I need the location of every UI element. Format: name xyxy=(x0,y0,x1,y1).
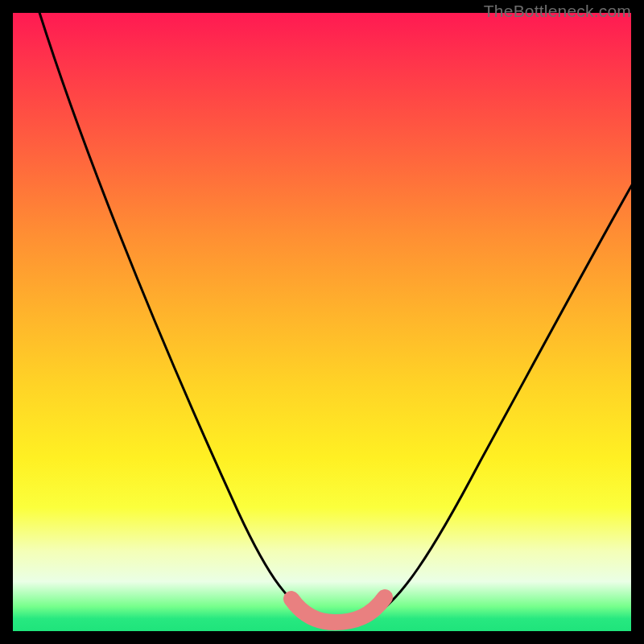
bottleneck-curve-line xyxy=(37,13,631,621)
chart-frame: TheBottleneck.com xyxy=(0,0,644,644)
optimal-zone-highlight xyxy=(291,597,385,622)
plot-area xyxy=(13,13,631,631)
watermark-text: TheBottleneck.com xyxy=(484,2,631,21)
bottleneck-curve-svg xyxy=(13,13,631,631)
